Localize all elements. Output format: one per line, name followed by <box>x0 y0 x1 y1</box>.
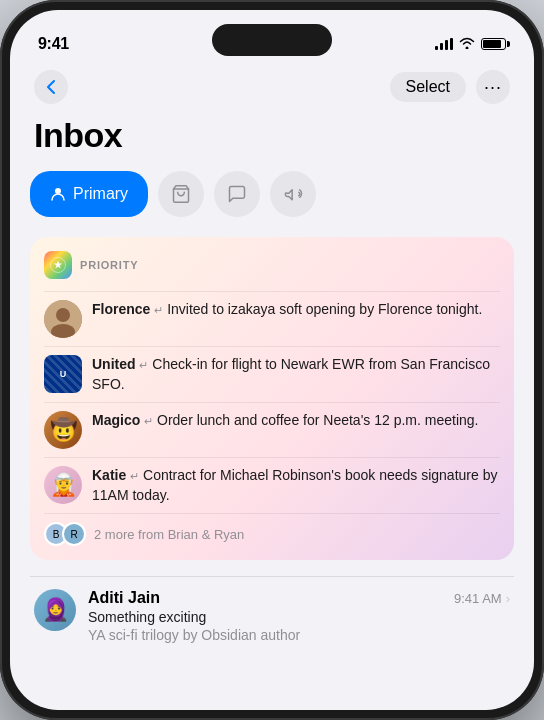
more-from-row[interactable]: B R 2 more from Brian & Ryan <box>44 513 500 550</box>
tab-primary[interactable]: Primary <box>30 171 148 217</box>
katie-sender: Katie <box>92 467 126 483</box>
avatar-ryan: R <box>62 522 86 546</box>
aditi-time-text: 9:41 AM <box>454 591 502 606</box>
page-title: Inbox <box>30 116 514 155</box>
nav-actions: Select ··· <box>390 70 510 104</box>
florence-sender: Florence <box>92 301 150 317</box>
katie-email-text: Katie ↵ Contract for Michael Robinson's … <box>92 466 500 505</box>
bar2 <box>440 43 443 50</box>
united-pattern: U <box>44 355 82 393</box>
aditi-email-content: Aditi Jain 9:41 AM › Something exciting … <box>88 589 510 643</box>
priority-card: PRIORITY Florence ↵ Invited to <box>30 237 514 560</box>
united-logo-text: U <box>60 369 67 379</box>
signal-bars-icon <box>435 38 453 50</box>
status-icons <box>435 37 506 52</box>
aditi-email-header: Aditi Jain 9:41 AM › <box>88 589 510 607</box>
svg-point-3 <box>56 308 70 322</box>
tab-shopping[interactable] <box>158 171 204 217</box>
avatar-magico: 🤠 <box>44 411 82 449</box>
priority-item-united[interactable]: U United ↵ Check-in for flight to Newark… <box>44 346 500 402</box>
reply-indicator-florence: ↵ <box>154 304 163 316</box>
united-preview: Check-in for flight to Newark EWR from S… <box>92 356 490 392</box>
ryan-initial: R <box>70 529 77 540</box>
shopping-cart-icon <box>171 184 191 204</box>
back-chevron-icon <box>46 79 56 95</box>
battery-icon <box>481 38 506 50</box>
reply-indicator-united: ↵ <box>139 359 148 371</box>
category-tabs: Primary <box>30 171 514 217</box>
aditi-email-time: 9:41 AM › <box>454 591 510 606</box>
avatar-katie: 🧝 <box>44 466 82 504</box>
back-button[interactable] <box>34 70 68 104</box>
aditi-avatar-emoji: 🧕 <box>42 597 69 623</box>
megaphone-icon <box>283 184 303 204</box>
magico-avatar-emoji: 🤠 <box>50 417 77 443</box>
united-sender: United <box>92 356 136 372</box>
svg-point-0 <box>55 188 61 194</box>
chevron-right-icon: › <box>506 591 510 606</box>
chat-icon <box>227 184 247 204</box>
bar3 <box>445 40 448 50</box>
priority-header: PRIORITY <box>44 251 500 279</box>
aditi-sender: Aditi Jain <box>88 589 160 607</box>
priority-item-katie[interactable]: 🧝 Katie ↵ Contract for Michael Robinson'… <box>44 457 500 513</box>
phone-frame: 9:41 <box>0 0 544 720</box>
priority-label: PRIORITY <box>80 259 138 271</box>
brian-initial: B <box>53 529 60 540</box>
priority-item-magico[interactable]: 🤠 Magico ↵ Order lunch and coffee for Ne… <box>44 402 500 457</box>
email-item-aditi[interactable]: 🧕 Aditi Jain 9:41 AM › Something excitin… <box>30 576 514 655</box>
nav-bar: Select ··· <box>30 62 514 116</box>
bar4 <box>450 38 453 50</box>
priority-item-florence[interactable]: Florence ↵ Invited to izakaya soft openi… <box>44 291 500 346</box>
magico-sender: Magico <box>92 412 140 428</box>
aditi-preview: YA sci-fi trilogy by Obsidian author <box>88 627 510 643</box>
person-icon <box>50 186 66 202</box>
select-button[interactable]: Select <box>390 72 466 102</box>
avatar-aditi: 🧕 <box>34 589 76 631</box>
florence-preview: Invited to izakaya soft opening by Flore… <box>167 301 482 317</box>
app-content: Select ··· Inbox Primary <box>10 62 534 655</box>
battery-fill <box>483 40 501 48</box>
reply-indicator-magico: ↵ <box>144 415 153 427</box>
united-email-text: United ↵ Check-in for flight to Newark E… <box>92 355 500 394</box>
katie-preview: Contract for Michael Robinson's book nee… <box>92 467 497 503</box>
katie-avatar-emoji: 🧝 <box>50 472 77 498</box>
avatar-stack: B R <box>44 522 86 546</box>
reply-indicator-katie: ↵ <box>130 470 139 482</box>
avatar-united: U <box>44 355 82 393</box>
wifi-icon <box>459 37 475 52</box>
florence-avatar-img <box>44 300 82 338</box>
avatar-florence <box>44 300 82 338</box>
bar1 <box>435 46 438 50</box>
magico-email-text: Magico ↵ Order lunch and coffee for Neet… <box>92 411 500 431</box>
florence-email-text: Florence ↵ Invited to izakaya soft openi… <box>92 300 500 320</box>
priority-icon <box>44 251 72 279</box>
dynamic-island <box>212 24 332 56</box>
primary-tab-label: Primary <box>73 185 128 203</box>
phone-screen: 9:41 <box>10 10 534 710</box>
more-button[interactable]: ··· <box>476 70 510 104</box>
aditi-subject: Something exciting <box>88 609 510 625</box>
more-from-text: 2 more from Brian & Ryan <box>94 527 244 542</box>
tab-promotions[interactable] <box>270 171 316 217</box>
more-dots-icon: ··· <box>484 78 502 96</box>
magico-preview: Order lunch and coffee for Neeta's 12 p.… <box>157 412 478 428</box>
star-circle-icon <box>49 256 67 274</box>
tab-messages[interactable] <box>214 171 260 217</box>
status-time: 9:41 <box>38 35 69 53</box>
